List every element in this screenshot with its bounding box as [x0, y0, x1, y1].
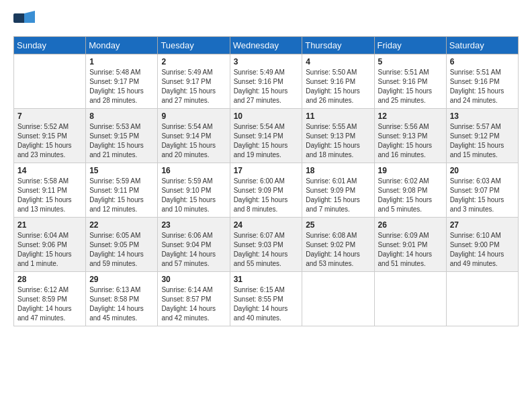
calendar-cell: 24Sunrise: 6:07 AMSunset: 9:03 PMDayligh…	[230, 218, 302, 272]
day-info: Sunrise: 5:57 AMSunset: 9:12 PMDaylight:…	[450, 122, 515, 160]
day-info: Sunrise: 6:07 AMSunset: 9:03 PMDaylight:…	[234, 231, 299, 269]
day-info: Sunrise: 6:03 AMSunset: 9:07 PMDaylight:…	[450, 177, 515, 214]
day-info: Sunrise: 5:49 AMSunset: 9:17 PMDaylight:…	[161, 68, 226, 105]
day-number: 12	[378, 111, 443, 121]
calendar-week-row: 21Sunrise: 6:04 AMSunset: 9:06 PMDayligh…	[14, 218, 519, 272]
calendar-week-row: 1Sunrise: 5:48 AMSunset: 9:17 PMDaylight…	[14, 54, 519, 109]
day-info: Sunrise: 6:14 AMSunset: 8:57 PMDaylight:…	[161, 285, 226, 323]
calendar-body: 1Sunrise: 5:48 AMSunset: 9:17 PMDaylight…	[14, 54, 519, 326]
calendar-cell: 30Sunrise: 6:14 AMSunset: 8:57 PMDayligh…	[158, 272, 230, 326]
svg-rect-0	[13, 13, 26, 23]
calendar-week-row: 14Sunrise: 5:58 AMSunset: 9:11 PMDayligh…	[14, 163, 519, 218]
calendar-cell: 25Sunrise: 6:08 AMSunset: 9:02 PMDayligh…	[302, 218, 374, 272]
day-info: Sunrise: 5:52 AMSunset: 9:15 PMDaylight:…	[17, 122, 82, 160]
calendar-cell: 5Sunrise: 5:51 AMSunset: 9:16 PMDaylight…	[374, 54, 446, 109]
day-number: 1	[89, 57, 154, 66]
day-info: Sunrise: 6:09 AMSunset: 9:01 PMDaylight:…	[378, 231, 443, 269]
calendar-cell: 19Sunrise: 6:02 AMSunset: 9:08 PMDayligh…	[374, 163, 446, 218]
weekday-header-cell: Sunday	[14, 37, 86, 54]
weekday-header-cell: Tuesday	[158, 37, 230, 54]
day-number: 26	[378, 220, 443, 230]
day-number: 13	[450, 111, 515, 121]
day-number: 2	[161, 57, 226, 66]
calendar-cell: 18Sunrise: 6:01 AMSunset: 9:09 PMDayligh…	[302, 163, 374, 218]
day-info: Sunrise: 5:59 AMSunset: 9:11 PMDaylight:…	[89, 177, 154, 214]
calendar-cell: 27Sunrise: 6:10 AMSunset: 9:00 PMDayligh…	[446, 218, 518, 272]
page: SundayMondayTuesdayWednesdayThursdayFrid…	[0, 0, 532, 411]
day-info: Sunrise: 5:54 AMSunset: 9:14 PMDaylight:…	[161, 122, 226, 160]
calendar-cell: 15Sunrise: 5:59 AMSunset: 9:11 PMDayligh…	[86, 163, 158, 218]
day-info: Sunrise: 5:56 AMSunset: 9:13 PMDaylight:…	[378, 122, 443, 160]
svg-marker-1	[24, 11, 35, 23]
day-number: 14	[17, 166, 82, 175]
day-number: 18	[306, 166, 370, 175]
calendar-cell	[302, 272, 374, 326]
calendar-cell: 7Sunrise: 5:52 AMSunset: 9:15 PMDaylight…	[14, 109, 86, 163]
weekday-header-cell: Saturday	[446, 37, 518, 54]
day-info: Sunrise: 5:55 AMSunset: 9:13 PMDaylight:…	[306, 122, 370, 160]
calendar-cell: 28Sunrise: 6:12 AMSunset: 8:59 PMDayligh…	[14, 272, 86, 326]
day-number: 21	[17, 220, 82, 230]
day-info: Sunrise: 5:49 AMSunset: 9:16 PMDaylight:…	[234, 68, 299, 105]
calendar-cell: 12Sunrise: 5:56 AMSunset: 9:13 PMDayligh…	[374, 109, 446, 163]
calendar-cell: 26Sunrise: 6:09 AMSunset: 9:01 PMDayligh…	[374, 218, 446, 272]
day-info: Sunrise: 6:02 AMSunset: 9:08 PMDaylight:…	[378, 177, 443, 214]
weekday-header-cell: Thursday	[302, 37, 374, 54]
weekday-header-cell: Friday	[374, 37, 446, 54]
header	[13, 11, 519, 31]
logo	[13, 11, 38, 31]
calendar-cell: 17Sunrise: 6:00 AMSunset: 9:09 PMDayligh…	[230, 163, 302, 218]
calendar-cell	[446, 272, 518, 326]
day-number: 5	[378, 57, 443, 66]
calendar-cell: 14Sunrise: 5:58 AMSunset: 9:11 PMDayligh…	[14, 163, 86, 218]
day-number: 10	[234, 111, 299, 121]
day-number: 31	[234, 275, 299, 284]
calendar-cell: 2Sunrise: 5:49 AMSunset: 9:17 PMDaylight…	[158, 54, 230, 109]
logo-icon	[13, 11, 35, 31]
day-info: Sunrise: 6:05 AMSunset: 9:05 PMDaylight:…	[89, 231, 154, 269]
calendar-week-row: 28Sunrise: 6:12 AMSunset: 8:59 PMDayligh…	[14, 272, 519, 326]
day-number: 20	[450, 166, 515, 175]
calendar-cell: 6Sunrise: 5:51 AMSunset: 9:16 PMDaylight…	[446, 54, 518, 109]
day-number: 6	[450, 57, 515, 66]
day-info: Sunrise: 5:51 AMSunset: 9:16 PMDaylight:…	[450, 68, 515, 105]
day-info: Sunrise: 6:01 AMSunset: 9:09 PMDaylight:…	[306, 177, 370, 214]
day-number: 23	[161, 220, 226, 230]
weekday-header-cell: Monday	[86, 37, 158, 54]
day-number: 7	[17, 111, 82, 121]
calendar-cell: 31Sunrise: 6:15 AMSunset: 8:55 PMDayligh…	[230, 272, 302, 326]
day-info: Sunrise: 5:59 AMSunset: 9:10 PMDaylight:…	[161, 177, 226, 214]
day-info: Sunrise: 6:12 AMSunset: 8:59 PMDaylight:…	[17, 285, 82, 323]
day-info: Sunrise: 5:54 AMSunset: 9:14 PMDaylight:…	[234, 122, 299, 160]
day-info: Sunrise: 5:51 AMSunset: 9:16 PMDaylight:…	[378, 68, 443, 105]
day-number: 19	[378, 166, 443, 175]
calendar-cell: 4Sunrise: 5:50 AMSunset: 9:16 PMDaylight…	[302, 54, 374, 109]
day-info: Sunrise: 5:58 AMSunset: 9:11 PMDaylight:…	[17, 177, 82, 214]
day-number: 16	[161, 166, 226, 175]
day-info: Sunrise: 5:48 AMSunset: 9:17 PMDaylight:…	[89, 68, 154, 105]
calendar-cell: 22Sunrise: 6:05 AMSunset: 9:05 PMDayligh…	[86, 218, 158, 272]
day-number: 27	[450, 220, 515, 230]
day-info: Sunrise: 6:10 AMSunset: 9:00 PMDaylight:…	[450, 231, 515, 269]
day-info: Sunrise: 6:04 AMSunset: 9:06 PMDaylight:…	[17, 231, 82, 269]
day-number: 24	[234, 220, 299, 230]
calendar-cell	[374, 272, 446, 326]
weekday-header-cell: Wednesday	[230, 37, 302, 54]
calendar-cell: 20Sunrise: 6:03 AMSunset: 9:07 PMDayligh…	[446, 163, 518, 218]
weekday-header-row: SundayMondayTuesdayWednesdayThursdayFrid…	[14, 37, 519, 54]
calendar-cell: 9Sunrise: 5:54 AMSunset: 9:14 PMDaylight…	[158, 109, 230, 163]
calendar-week-row: 7Sunrise: 5:52 AMSunset: 9:15 PMDaylight…	[14, 109, 519, 163]
day-info: Sunrise: 5:50 AMSunset: 9:16 PMDaylight:…	[306, 68, 370, 105]
day-number: 25	[306, 220, 370, 230]
day-number: 11	[306, 111, 370, 121]
calendar-cell: 1Sunrise: 5:48 AMSunset: 9:17 PMDaylight…	[86, 54, 158, 109]
day-number: 9	[161, 111, 226, 121]
day-number: 22	[89, 220, 154, 230]
day-number: 17	[234, 166, 299, 175]
day-info: Sunrise: 6:06 AMSunset: 9:04 PMDaylight:…	[161, 231, 226, 269]
calendar-cell: 29Sunrise: 6:13 AMSunset: 8:58 PMDayligh…	[86, 272, 158, 326]
calendar-cell: 23Sunrise: 6:06 AMSunset: 9:04 PMDayligh…	[158, 218, 230, 272]
calendar-cell: 21Sunrise: 6:04 AMSunset: 9:06 PMDayligh…	[14, 218, 86, 272]
day-number: 28	[17, 275, 82, 284]
calendar-cell	[14, 54, 86, 109]
